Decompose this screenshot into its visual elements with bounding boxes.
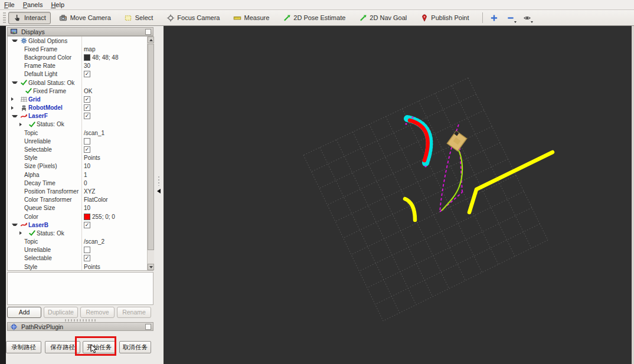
- tool-properties-button[interactable]: [521, 12, 534, 24]
- tool-2d-pose-estimate[interactable]: 2D Pose Estimate: [277, 12, 350, 24]
- tree-row[interactable]: RobotModel✓: [8, 104, 153, 112]
- tree-row[interactable]: Size (Pixels)10: [8, 162, 153, 170]
- scroll-down-button[interactable]: [148, 264, 154, 270]
- menu-panels[interactable]: Panels: [19, 1, 47, 9]
- tree-row-value[interactable]: Points: [84, 264, 100, 270]
- collapse-panel-arrow-icon[interactable]: [157, 189, 161, 194]
- tool-focus-camera[interactable]: Focus Camera: [161, 12, 224, 24]
- checkbox-checked[interactable]: ✓: [84, 146, 90, 153]
- toolbar-drag-handle[interactable]: [3, 12, 6, 23]
- checkbox-checked[interactable]: ✓: [84, 71, 90, 77]
- tree-row[interactable]: Global Options: [8, 37, 153, 45]
- remove-tool-button[interactable]: [504, 12, 517, 24]
- tree-row[interactable]: Alpha1: [8, 170, 153, 179]
- tree-row-value[interactable]: 48; 48; 48: [92, 54, 118, 61]
- path-float-button[interactable]: [145, 324, 151, 330]
- tree-row[interactable]: Fixed Framemap: [8, 45, 153, 53]
- expander-closed-icon[interactable]: [11, 97, 17, 101]
- tree-row[interactable]: Default Light✓: [8, 70, 153, 78]
- scrollbar-thumb[interactable]: [148, 44, 154, 250]
- tree-row-value[interactable]: OK: [84, 88, 92, 94]
- collapsed-dock-strip: [0, 26, 6, 364]
- tree-row-value[interactable]: 10: [84, 205, 90, 211]
- tree-row[interactable]: Selectable✓: [8, 254, 153, 263]
- tree-row[interactable]: Status: Ok: [8, 229, 153, 237]
- color-swatch[interactable]: [84, 214, 90, 220]
- displays-float-button[interactable]: [145, 29, 151, 35]
- tree-row-value[interactable]: 255; 0; 0: [92, 214, 115, 220]
- tree-row[interactable]: Decay Time0: [8, 179, 153, 187]
- expander-open-icon[interactable]: [12, 115, 18, 117]
- tool-measure[interactable]: Measure: [228, 12, 274, 24]
- tree-row[interactable]: Grid✓: [8, 95, 153, 103]
- tool-label: Measure: [244, 14, 269, 21]
- 3d-viewport[interactable]: [164, 26, 632, 364]
- tree-row[interactable]: StylePoints: [8, 263, 153, 271]
- tool-select[interactable]: Select: [119, 12, 158, 24]
- menu-file[interactable]: File: [0, 1, 19, 9]
- path-task-button-1[interactable]: 录制路径: [6, 341, 41, 353]
- expander-open-icon[interactable]: [12, 81, 18, 84]
- checkbox-checked[interactable]: ✓: [84, 96, 90, 103]
- checkbox-unchecked[interactable]: [84, 138, 90, 145]
- tree-row-value[interactable]: Points: [84, 155, 100, 161]
- tree-row[interactable]: Status: Ok: [8, 120, 153, 129]
- tree-row[interactable]: Position TransformerXYZ: [8, 187, 153, 195]
- tree-scrollbar[interactable]: [147, 37, 154, 270]
- tree-row[interactable]: LaserF✓: [8, 112, 153, 120]
- tree-row-value[interactable]: FlatColor: [84, 196, 108, 203]
- panel-splitter[interactable]: [155, 26, 164, 364]
- tool-move-camera[interactable]: Move Camera: [54, 12, 116, 24]
- tree-row[interactable]: Color TransformerFlatColor: [8, 196, 153, 204]
- checkbox-checked[interactable]: ✓: [84, 222, 90, 228]
- dock-splitter-handle[interactable]: [65, 319, 96, 322]
- tree-row-label: Fixed Frame: [33, 88, 66, 94]
- tree-row-value[interactable]: map: [84, 46, 95, 53]
- tree-row[interactable]: Fixed FrameOK: [8, 87, 153, 95]
- tree-row[interactable]: Background Color48; 48; 48: [8, 53, 153, 61]
- tree-row-value[interactable]: 30: [84, 63, 90, 69]
- tree-row[interactable]: Queue Size10: [8, 204, 153, 212]
- tree-row-value[interactable]: 0: [84, 180, 87, 186]
- duplicate-button: Duplicate: [44, 307, 78, 318]
- add-button[interactable]: Add: [7, 307, 41, 318]
- menu-help[interactable]: Help: [47, 1, 68, 9]
- color-swatch[interactable]: [84, 54, 90, 61]
- tree-row[interactable]: Unreliable: [8, 246, 153, 254]
- scroll-up-button[interactable]: [148, 37, 154, 43]
- tree-row[interactable]: Topic/scan_2: [8, 238, 153, 246]
- displays-panel-header[interactable]: Displays: [7, 27, 153, 36]
- tree-row[interactable]: Selectable✓: [8, 145, 153, 153]
- expander-closed-icon[interactable]: [19, 123, 25, 126]
- tree-row-value[interactable]: 1: [84, 172, 87, 178]
- expander-closed-icon[interactable]: [11, 106, 17, 110]
- expander-closed-icon[interactable]: [19, 231, 25, 235]
- tool-interact[interactable]: Interact: [8, 12, 51, 24]
- tool-2d-nav-goal[interactable]: 2D Nav Goal: [354, 12, 411, 24]
- checkbox-checked[interactable]: ✓: [84, 113, 90, 119]
- path-task-button-4[interactable]: 取消任务: [119, 341, 151, 353]
- tree-row[interactable]: Frame Rate30: [8, 62, 153, 70]
- path-dot: [405, 123, 407, 124]
- tree-row[interactable]: Unreliable: [8, 137, 153, 145]
- tree-row-label: Decay Time: [24, 180, 55, 186]
- tree-row[interactable]: Color255; 0; 0: [8, 212, 153, 221]
- checkbox-checked[interactable]: ✓: [84, 255, 90, 261]
- tree-row[interactable]: StylePoints: [8, 154, 153, 162]
- expander-open-icon[interactable]: [12, 40, 18, 42]
- tree-row-value[interactable]: /scan_1: [84, 130, 104, 136]
- checkbox-checked[interactable]: ✓: [84, 104, 90, 111]
- tool-publish-point[interactable]: Publish Point: [415, 12, 473, 24]
- tree-row-value[interactable]: /scan_2: [84, 238, 104, 245]
- tree-row[interactable]: LaserB✓: [8, 221, 153, 229]
- tree-row-value[interactable]: 10: [84, 163, 90, 169]
- tool-label: Interact: [24, 14, 46, 21]
- expander-open-icon[interactable]: [12, 224, 18, 226]
- tree-row-value[interactable]: XYZ: [84, 188, 95, 195]
- add-tool-button[interactable]: [488, 12, 501, 24]
- tree-row-label: Queue Size: [24, 205, 55, 211]
- tree-row[interactable]: Topic/scan_1: [8, 129, 153, 137]
- tree-row[interactable]: Global Status: Ok: [8, 78, 153, 87]
- path-plugin-header[interactable]: PathRvizPlugin: [7, 322, 153, 331]
- checkbox-unchecked[interactable]: [84, 247, 90, 253]
